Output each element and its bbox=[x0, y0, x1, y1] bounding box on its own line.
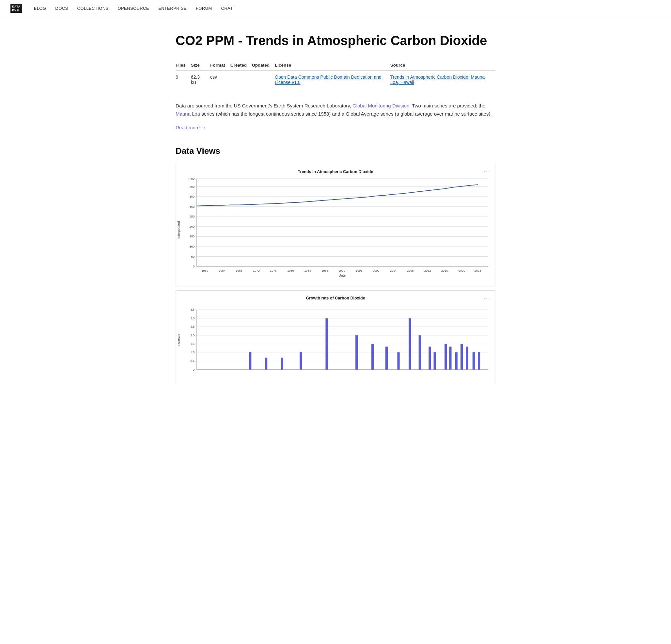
x-tick-1992: 1992 bbox=[339, 269, 345, 272]
table-row: 6 62.3 kB csv Open Data Commons Public D… bbox=[176, 71, 495, 89]
nav-link-enterprise[interactable]: ENTERPRISE bbox=[158, 6, 187, 11]
x-tick-1972: 1972 bbox=[253, 269, 259, 272]
navbar: DATA HUB BLOG DOCS COLLECTIONS OPENSOURC… bbox=[0, 0, 671, 17]
bar-2015 bbox=[429, 347, 431, 370]
bar-2022 bbox=[466, 347, 468, 370]
y-tick-300: 300 bbox=[190, 205, 194, 208]
cell-files: 6 bbox=[176, 71, 191, 89]
y2-30: 3.0 bbox=[190, 317, 194, 320]
metadata-table: Files Size Format Created Updated Licens… bbox=[176, 60, 495, 89]
cell-source[interactable]: Trends in Atmospheric Carbon Dioxide, Ma… bbox=[390, 71, 495, 89]
site-logo[interactable]: DATA HUB bbox=[11, 4, 22, 13]
main-content: CO2 PPM - Trends in Atmospheric Carbon D… bbox=[156, 17, 515, 407]
x-tick-2012: 2012 bbox=[424, 269, 431, 272]
chart2-container: Growth rate of Carbon Dioxide ··· ncreas… bbox=[176, 290, 495, 383]
chart1-svg-wrap: Interpolated 0 50 100 150 200 250 bbox=[176, 177, 495, 281]
col-files: Files bbox=[176, 60, 191, 71]
cell-format: csv bbox=[210, 71, 230, 89]
y2-0: 0 bbox=[193, 368, 194, 371]
bar-2018 bbox=[444, 344, 447, 370]
bar-2024 bbox=[478, 352, 480, 370]
col-source: Source bbox=[390, 60, 495, 71]
nav-link-forum[interactable]: FORUM bbox=[196, 6, 212, 11]
bar-1975 bbox=[249, 352, 251, 370]
y2-10: 1.0 bbox=[190, 351, 194, 354]
y-tick-50: 50 bbox=[191, 255, 194, 258]
bar-1983 bbox=[281, 358, 283, 370]
chart1-title: Trends in Atmospheric Carbon Dioxide bbox=[176, 170, 495, 174]
chart1-menu[interactable]: ··· bbox=[484, 168, 491, 175]
cell-created bbox=[230, 71, 252, 89]
nav-link-opensource[interactable]: OPENSOURCE bbox=[118, 6, 149, 11]
x-tick-1996: 1996 bbox=[356, 269, 362, 272]
bar-2002 bbox=[371, 344, 374, 370]
gmd-link[interactable]: Global Monitoring Division bbox=[353, 103, 409, 109]
x-tick-2004: 2004 bbox=[390, 269, 396, 272]
chart2-title: Growth rate of Carbon Dioxide bbox=[176, 296, 495, 300]
chart1-container: Trends in Atmospheric Carbon Dioxide ···… bbox=[176, 164, 495, 287]
co2-line bbox=[197, 185, 478, 206]
bar-2019 bbox=[449, 347, 451, 370]
bar-2009 bbox=[397, 352, 400, 370]
y-tick-350: 350 bbox=[190, 195, 194, 198]
read-more-link[interactable]: Read more → bbox=[176, 125, 206, 130]
y2-35: 3.5 bbox=[190, 308, 194, 311]
y-tick-450: 450 bbox=[190, 177, 194, 180]
chart2-svg: ncrease 0 0.5 1.0 1.5 2.0 2.5 3.0 3.5 bbox=[176, 303, 495, 376]
y-tick-150: 150 bbox=[190, 235, 194, 238]
page-title: CO2 PPM - Trends in Atmospheric Carbon D… bbox=[176, 33, 495, 48]
y2-axis-label: ncrease bbox=[177, 334, 180, 346]
bar-2020 bbox=[455, 352, 458, 370]
bar-2023 bbox=[472, 352, 475, 370]
y-axis-label: Interpolated bbox=[177, 221, 180, 239]
bar-2016 bbox=[434, 352, 436, 370]
y2-05: 0.5 bbox=[190, 360, 194, 363]
chart1-svg: Interpolated 0 50 100 150 200 250 bbox=[176, 177, 495, 280]
col-updated: Updated bbox=[252, 60, 275, 71]
data-views-title: Data Views bbox=[176, 146, 495, 156]
x-tick-2008: 2008 bbox=[407, 269, 414, 272]
bar-2021 bbox=[460, 344, 463, 370]
nav-link-collections[interactable]: COLLECTIONS bbox=[77, 6, 108, 11]
x-tick-1960: 1960 bbox=[201, 269, 208, 272]
y2-20: 2.0 bbox=[190, 334, 194, 337]
y2-25: 2.5 bbox=[190, 325, 194, 329]
bar-2013 bbox=[419, 335, 421, 370]
y-tick-0: 0 bbox=[193, 265, 194, 268]
bar-1993 bbox=[325, 319, 328, 370]
mauna-loa-link[interactable]: Mauna Loa bbox=[176, 111, 200, 116]
cell-size: 62.3 kB bbox=[191, 71, 210, 89]
y2-15: 1.5 bbox=[190, 343, 194, 346]
bar-2006 bbox=[385, 347, 388, 370]
x-tick-2020: 2020 bbox=[458, 269, 465, 272]
x-axis-label: Date bbox=[339, 273, 346, 277]
y-tick-250: 250 bbox=[190, 215, 194, 218]
x-tick-1976: 1976 bbox=[270, 269, 276, 272]
y-tick-400: 400 bbox=[190, 185, 194, 188]
y-tick-100: 100 bbox=[190, 245, 194, 248]
bar-1998 bbox=[355, 335, 358, 370]
x-tick-1964: 1964 bbox=[219, 269, 225, 272]
bar-1987 bbox=[300, 352, 302, 370]
cell-license[interactable]: Open Data Commons Public Domain Dedicati… bbox=[275, 71, 390, 89]
nav-link-blog[interactable]: BLOG bbox=[34, 6, 46, 11]
x-tick-1984: 1984 bbox=[304, 269, 311, 272]
nav-link-chat[interactable]: CHAT bbox=[221, 6, 233, 11]
bar-1979 bbox=[265, 358, 267, 370]
source-link[interactable]: Trends in Atmospheric Carbon Dioxide, Ma… bbox=[390, 74, 485, 85]
x-tick-2024: 2024 bbox=[474, 269, 481, 272]
col-size: Size bbox=[191, 60, 210, 71]
x-tick-2016: 2016 bbox=[441, 269, 448, 272]
chart2-svg-wrap: ncrease 0 0.5 1.0 1.5 2.0 2.5 3.0 3.5 bbox=[176, 303, 495, 377]
y-tick-200: 200 bbox=[190, 225, 194, 228]
x-tick-1968: 1968 bbox=[236, 269, 242, 272]
col-created: Created bbox=[230, 60, 252, 71]
x-tick-1980: 1980 bbox=[287, 269, 294, 272]
bar-2011 bbox=[409, 319, 411, 370]
cell-updated bbox=[252, 71, 275, 89]
x-tick-1988: 1988 bbox=[321, 269, 328, 272]
license-link[interactable]: Open Data Commons Public Domain Dedicati… bbox=[275, 74, 381, 85]
nav-link-docs[interactable]: DOCS bbox=[55, 6, 68, 11]
col-format: Format bbox=[210, 60, 230, 71]
chart2-menu[interactable]: ··· bbox=[484, 295, 491, 301]
